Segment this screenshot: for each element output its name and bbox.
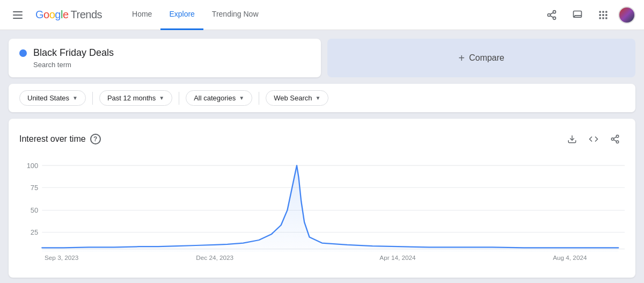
main-content: Black Friday Deals Search term + Compare… [0,30,644,283]
download-button[interactable] [562,129,582,149]
svg-rect-12 [599,17,601,19]
svg-line-19 [613,140,616,141]
header: Google Trends Home Explore Trending Now [0,0,644,30]
svg-text:Aug 4, 2024: Aug 4, 2024 [553,255,587,261]
google-wordmark: Google [35,9,69,21]
nav-trending[interactable]: Trending Now [203,0,267,30]
svg-rect-8 [605,11,607,12]
svg-point-17 [611,138,614,141]
menu-icon[interactable] [9,7,27,23]
filter-divider-3 [259,92,259,105]
svg-line-20 [613,137,616,139]
svg-text:50: 50 [31,207,38,214]
svg-line-4 [550,12,553,14]
svg-text:75: 75 [31,184,38,192]
country-filter[interactable]: United States ▼ [19,90,86,106]
category-label: All categories [194,94,236,102]
download-icon [567,134,577,144]
svg-text:Apr 14, 2024: Apr 14, 2024 [379,255,416,261]
chart-actions [562,129,625,149]
chart-title: Interest over time [19,134,86,144]
svg-rect-14 [605,17,607,19]
svg-text:Sep 3, 2023: Sep 3, 2023 [45,255,78,261]
embed-button[interactable] [584,129,603,149]
chart-area: 100 75 50 25 Sep 3, 2023 Dec [19,159,625,267]
search-type-filter[interactable]: Web Search ▼ [266,90,328,106]
nav-explore[interactable]: Explore [160,0,203,30]
share-chart-button[interactable] [605,129,625,149]
country-dropdown-arrow: ▼ [72,95,78,101]
svg-point-16 [616,135,619,138]
svg-rect-6 [599,11,601,12]
svg-rect-13 [602,17,604,19]
svg-rect-10 [602,14,604,16]
share-button[interactable] [541,4,562,26]
search-section: Black Friday Deals Search term + Compare [9,39,635,77]
compare-card[interactable]: + Compare [327,39,635,77]
svg-rect-9 [599,14,601,16]
svg-rect-7 [602,11,604,12]
filter-divider-2 [179,92,179,105]
time-label: Past 12 months [107,94,156,102]
term-info: Black Friday Deals Search term [33,47,114,69]
feedback-button[interactable] [567,4,588,26]
svg-text:Dec 24, 2023: Dec 24, 2023 [196,255,233,261]
plus-icon: + [458,52,465,64]
nav-home[interactable]: Home [123,0,160,30]
svg-rect-11 [605,14,607,16]
logo: Google Trends [35,9,102,21]
category-filter[interactable]: All categories ▼ [186,90,252,106]
share-chart-icon [610,134,620,144]
country-label: United States [27,94,69,102]
time-filter[interactable]: Past 12 months ▼ [99,90,172,106]
embed-icon [589,134,598,144]
category-dropdown-arrow: ▼ [239,95,244,101]
apps-icon [598,10,609,20]
compare-label: Compare [469,53,504,63]
search-term-card: Black Friday Deals Search term [9,39,321,77]
trends-wordmark: Trends [71,9,103,21]
search-type-dropdown-arrow: ▼ [315,95,320,101]
chart-section: Interest over time ? [9,119,635,278]
chart-header: Interest over time ? [19,129,625,149]
term-dot [19,49,27,57]
chart-title-row: Interest over time ? [19,134,101,144]
svg-point-18 [616,141,619,143]
feedback-icon [572,10,583,20]
svg-line-3 [550,16,553,17]
filter-divider-1 [92,92,93,105]
header-left: Google Trends Home Explore Trending Now [9,0,267,30]
avatar[interactable] [618,6,635,24]
svg-text:25: 25 [31,229,38,236]
header-right [541,4,635,26]
filter-section: United States ▼ Past 12 months ▼ All cat… [9,84,635,112]
svg-text:100: 100 [27,162,39,170]
svg-point-2 [553,17,556,19]
term-name: Black Friday Deals [33,47,114,59]
svg-point-1 [548,13,551,16]
time-dropdown-arrow: ▼ [159,95,164,101]
apps-button[interactable] [592,4,614,26]
term-type: Search term [33,61,114,69]
header-nav: Home Explore Trending Now [123,0,267,30]
search-type-label: Web Search [274,94,312,102]
interest-chart: 100 75 50 25 Sep 3, 2023 Dec [19,159,625,267]
share-icon [546,10,557,20]
help-icon[interactable]: ? [90,134,101,144]
svg-point-0 [553,10,556,13]
